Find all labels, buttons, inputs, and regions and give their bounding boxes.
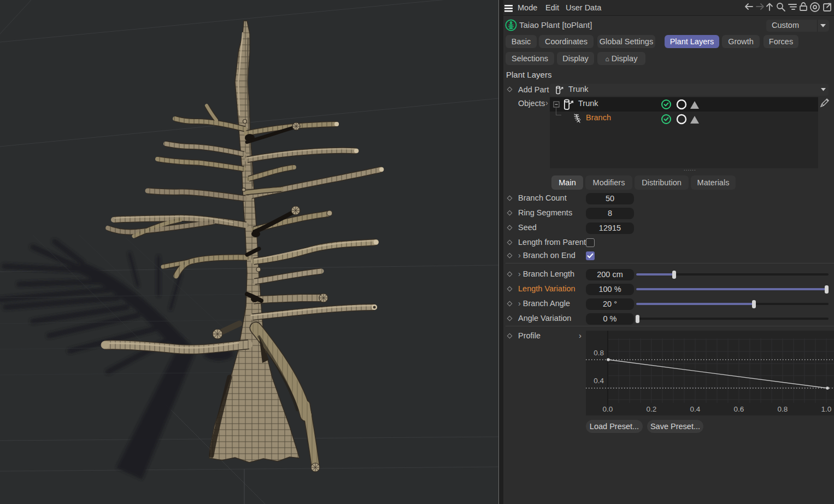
svg-text:0.0: 0.0 [603,405,613,413]
svg-text:0.4: 0.4 [594,377,604,385]
svg-text:0.4: 0.4 [690,405,701,413]
svg-text:1.0: 1.0 [821,405,832,413]
svg-text:0.2: 0.2 [647,405,657,413]
svg-text:0.8: 0.8 [778,405,788,413]
svg-text:0.6: 0.6 [734,405,744,413]
svg-text:0.8: 0.8 [594,349,604,357]
